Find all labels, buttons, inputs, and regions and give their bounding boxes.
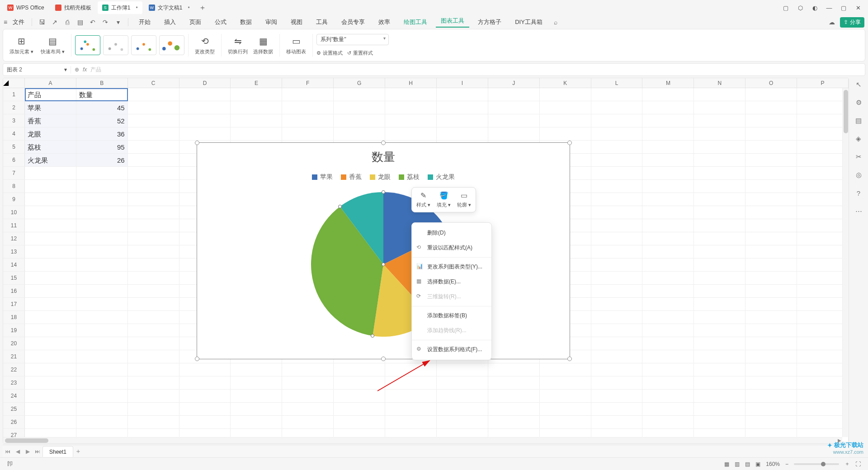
- save-icon[interactable]: 🖫: [38, 18, 47, 27]
- cell-L18[interactable]: [591, 311, 643, 324]
- cell-L10[interactable]: [591, 206, 643, 219]
- ribbon-move-chart[interactable]: ▭ 移动图表: [283, 31, 309, 59]
- cell-C10[interactable]: [128, 206, 179, 219]
- cell-I4[interactable]: [437, 127, 488, 140]
- cell-H26[interactable]: [385, 416, 437, 428]
- row-head-19[interactable]: 19: [3, 324, 25, 337]
- cell-L20[interactable]: [591, 337, 643, 350]
- menu-chart-tools[interactable]: 图表工具: [436, 17, 469, 28]
- cell-E23[interactable]: [231, 376, 282, 389]
- cell-A21[interactable]: [25, 350, 76, 363]
- cell-B24[interactable]: [76, 390, 128, 402]
- cell-N20[interactable]: [694, 337, 745, 350]
- cell-O10[interactable]: [745, 206, 797, 219]
- cell-E4[interactable]: [231, 127, 282, 140]
- cell-A3[interactable]: 香蕉: [25, 114, 76, 127]
- rail-more-icon[interactable]: ⋯: [854, 206, 863, 216]
- cell-I24[interactable]: [437, 390, 488, 402]
- cell-A20[interactable]: [25, 337, 76, 350]
- cell-N17[interactable]: [694, 298, 745, 310]
- cell-A12[interactable]: [25, 232, 76, 245]
- chart-object[interactable]: 数量 苹果香蕉龙眼荔枝火龙果: [197, 143, 570, 359]
- fx-icon[interactable]: fx: [83, 66, 87, 73]
- sheet-tab-1[interactable]: Sheet1: [42, 446, 73, 457]
- cell-K2[interactable]: [540, 101, 591, 114]
- cell-P24[interactable]: [797, 390, 849, 402]
- cell-L6[interactable]: [591, 154, 643, 166]
- cell-O2[interactable]: [745, 101, 797, 114]
- cell-K1[interactable]: [540, 88, 591, 101]
- cell-P25[interactable]: [797, 403, 849, 415]
- cell-C26[interactable]: [128, 416, 179, 428]
- cell-O15[interactable]: [745, 272, 797, 284]
- cell-B3[interactable]: 52: [76, 114, 128, 127]
- cell-F26[interactable]: [282, 416, 334, 428]
- cell-N15[interactable]: [694, 272, 745, 284]
- cell-I3[interactable]: [437, 114, 488, 127]
- cell-A13[interactable]: [25, 245, 76, 258]
- cell-L21[interactable]: [591, 350, 643, 363]
- cloud-icon[interactable]: ☁: [827, 18, 836, 27]
- row-head-5[interactable]: 5: [3, 141, 25, 153]
- rail-cursor-icon[interactable]: ↖: [854, 80, 863, 89]
- cell-G1[interactable]: [334, 88, 385, 101]
- fullscreen-icon[interactable]: ⛶: [853, 461, 863, 467]
- cell-K23[interactable]: [540, 376, 591, 389]
- ribbon-select-data[interactable]: ▦ 选择数据: [250, 31, 276, 59]
- cell-C9[interactable]: [128, 193, 179, 206]
- col-head-L[interactable]: L: [591, 78, 643, 88]
- cell-P7[interactable]: [797, 167, 849, 179]
- cell-M12[interactable]: [642, 232, 694, 245]
- cell-C23[interactable]: [128, 376, 179, 389]
- ctx-format-series[interactable]: ⚙设置数据系列格式(F)...: [412, 342, 491, 357]
- row-head-14[interactable]: 14: [3, 258, 25, 271]
- pie-handle[interactable]: [371, 334, 374, 338]
- cell-O4[interactable]: [745, 127, 797, 140]
- cell-D3[interactable]: [179, 114, 231, 127]
- row-head-4[interactable]: 4: [3, 127, 25, 140]
- cell-N21[interactable]: [694, 350, 745, 363]
- share-button[interactable]: ⇪分享: [840, 17, 864, 28]
- cell-P14[interactable]: [797, 258, 849, 271]
- cell-P10[interactable]: [797, 206, 849, 219]
- cell-L26[interactable]: [591, 416, 643, 428]
- cell-J25[interactable]: [488, 403, 540, 415]
- cell-H22[interactable]: [385, 363, 437, 376]
- cell-C4[interactable]: [128, 127, 179, 140]
- ribbon-quick-layout[interactable]: ▤ 快速布局 ▾: [38, 31, 67, 59]
- cell-A6[interactable]: 火龙果: [25, 154, 76, 166]
- cell-F22[interactable]: [282, 363, 334, 376]
- cell-L17[interactable]: [591, 298, 643, 310]
- menu-file[interactable]: 文件: [11, 18, 26, 26]
- cell-B8[interactable]: [76, 180, 128, 193]
- cell-E3[interactable]: [231, 114, 282, 127]
- cell-A22[interactable]: [25, 363, 76, 376]
- cell-P5[interactable]: [797, 141, 849, 153]
- cell-C11[interactable]: [128, 219, 179, 232]
- row-head-12[interactable]: 12: [3, 232, 25, 245]
- col-head-F[interactable]: F: [282, 78, 334, 88]
- cell-C18[interactable]: [128, 311, 179, 324]
- search-icon[interactable]: ⌕: [551, 18, 560, 27]
- cell-B12[interactable]: [76, 232, 128, 245]
- cell-O18[interactable]: [745, 311, 797, 324]
- cell-N10[interactable]: [694, 206, 745, 219]
- row-head-16[interactable]: 16: [3, 285, 25, 297]
- cell-O12[interactable]: [745, 232, 797, 245]
- window-avatar-icon[interactable]: ◐: [807, 1, 822, 14]
- cell-F25[interactable]: [282, 403, 334, 415]
- cell-L19[interactable]: [591, 324, 643, 337]
- vertical-scrollbar[interactable]: [842, 88, 849, 437]
- row-head-2[interactable]: 2: [3, 101, 25, 114]
- row-head-26[interactable]: 26: [3, 416, 25, 428]
- resize-handle-sw[interactable]: [195, 357, 199, 361]
- col-head-H[interactable]: H: [385, 78, 437, 88]
- cell-B6[interactable]: 26: [76, 154, 128, 166]
- cell-E1[interactable]: [231, 88, 282, 101]
- col-head-M[interactable]: M: [642, 78, 694, 88]
- zoom-thumb[interactable]: [821, 462, 826, 466]
- cell-J22[interactable]: [488, 363, 540, 376]
- cell-B23[interactable]: [76, 376, 128, 389]
- cell-I1[interactable]: [437, 88, 488, 101]
- cell-L7[interactable]: [591, 167, 643, 179]
